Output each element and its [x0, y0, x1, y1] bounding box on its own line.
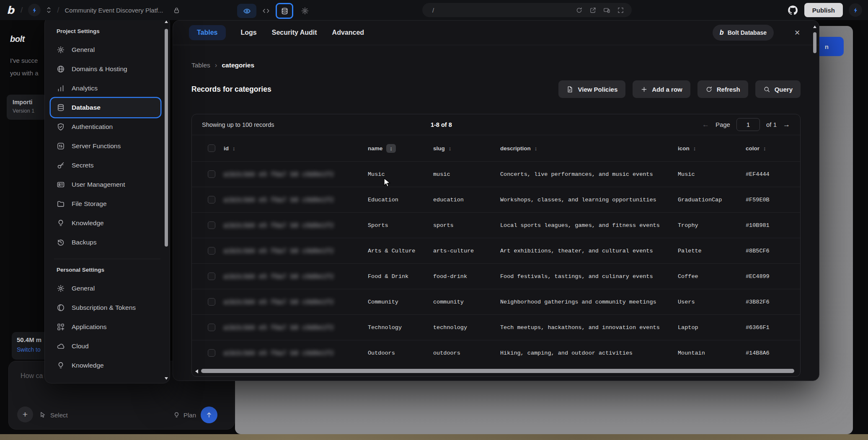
settings-gear-icon[interactable] — [301, 7, 309, 15]
column-header-icon[interactable]: icon ↕ — [678, 145, 746, 152]
preview-toggle-eye-icon[interactable] — [237, 4, 256, 18]
sidebar-item-cloud[interactable]: Cloud — [51, 337, 160, 356]
table-row[interactable]: a1b2c3d4 e5 f6a7 b8 c9d0e1f2 Technology … — [192, 314, 800, 340]
desktop-strip — [0, 434, 868, 440]
plan-label[interactable]: Plan — [183, 412, 196, 419]
table-row[interactable]: a1b2c3d4 e5 f6a7 b8 c9d0e1f2 Food & Drin… — [192, 263, 800, 289]
column-header-slug[interactable]: slug ↕ — [433, 145, 500, 152]
icon-cell: Laptop — [678, 324, 746, 331]
tab-logs[interactable]: Logs — [241, 25, 257, 40]
sidebar-item-general[interactable]: General — [51, 40, 160, 59]
sidebar-item-domains-hosting[interactable]: Domains & Hosting — [51, 59, 160, 79]
sidebar-item-general[interactable]: General — [51, 279, 160, 298]
project-switcher-chevrons-icon[interactable] — [46, 5, 52, 15]
publish-button[interactable]: Publish — [804, 3, 843, 17]
sidebar-item-authentication[interactable]: Authentication — [51, 117, 160, 136]
bolt-logo[interactable]: b — [7, 4, 14, 16]
page-input[interactable] — [736, 118, 760, 131]
plus-icon — [641, 86, 648, 93]
sort-icon[interactable]: ↕ — [232, 145, 235, 152]
project-title[interactable]: Community Event Discovery Platf... — [65, 7, 163, 14]
table-row[interactable]: a1b2c3d4 e5 f6a7 b8 c9d0e1f2 Arts & Cult… — [192, 238, 800, 263]
page-label: Page — [716, 121, 730, 128]
sidebar-item-database[interactable]: Database — [51, 98, 160, 117]
scrollbar-thumb[interactable] — [813, 32, 816, 53]
sidebar-item-user-management[interactable]: User Management — [51, 175, 160, 194]
github-icon[interactable] — [787, 5, 798, 16]
row-checkbox[interactable] — [208, 221, 215, 229]
prev-page-icon[interactable]: ← — [702, 121, 709, 129]
database-toolbar-icon[interactable] — [276, 3, 293, 19]
refresh-icon — [705, 86, 713, 93]
open-external-icon[interactable] — [589, 7, 597, 14]
sort-icon[interactable]: ↕ — [693, 145, 696, 152]
sidebar-item-backups[interactable]: Backups — [51, 233, 160, 252]
sort-icon[interactable]: ↕ — [386, 144, 396, 153]
scroll-down-icon[interactable] — [165, 377, 168, 380]
sidebar-item-server-functions[interactable]: Server Functions — [51, 136, 160, 156]
records-heading: Records for categories — [191, 85, 271, 94]
row-checkbox[interactable] — [208, 349, 215, 357]
cloud-icon — [57, 342, 65, 350]
icon-cell: Users — [678, 299, 746, 305]
view-policies-button[interactable]: View Policies — [558, 80, 625, 98]
table-row[interactable]: a1b2c3d4 e5 f6a7 b8 c9d0e1f2 Community c… — [192, 289, 800, 314]
sidebar-item-file-storage[interactable]: File Storage — [51, 194, 160, 214]
query-button[interactable]: Query — [755, 80, 801, 98]
panel-scrollbar[interactable] — [164, 20, 168, 381]
scroll-left-icon[interactable] — [195, 369, 198, 373]
tab-tables[interactable]: Tables — [189, 25, 226, 40]
sort-icon[interactable]: ↕ — [763, 145, 766, 152]
sidebar-item-applications[interactable]: Applications — [51, 317, 160, 337]
horizontal-scrollbar[interactable] — [192, 368, 800, 374]
sidebar-item-knowledge[interactable]: Knowledge — [51, 214, 160, 233]
attach-plus-button[interactable]: + — [17, 407, 33, 422]
name-cell: Sports — [368, 222, 433, 229]
row-checkbox[interactable] — [208, 324, 215, 331]
id-cell-blurred: a1b2c3d4 e5 f6a7 b8 c9d0e1f2 — [224, 273, 334, 280]
sort-icon[interactable]: ↕ — [449, 145, 452, 152]
table-row[interactable]: a1b2c3d4 e5 f6a7 b8 c9d0e1f2 Education e… — [192, 187, 800, 212]
table-row[interactable]: a1b2c3d4 e5 f6a7 b8 c9d0e1f2 Music music… — [192, 161, 800, 187]
select-label[interactable]: Select — [50, 412, 68, 419]
row-checkbox[interactable] — [208, 170, 215, 178]
devices-icon[interactable] — [603, 7, 610, 14]
tab-security-audit[interactable]: Security Audit — [272, 25, 317, 40]
column-header-color[interactable]: color ↕ — [746, 145, 800, 152]
modal-scrollbar[interactable] — [813, 25, 817, 75]
table-row[interactable]: a1b2c3d4 e5 f6a7 b8 c9d0e1f2 Outdoors ou… — [192, 340, 800, 365]
hscroll-thumb[interactable] — [201, 369, 794, 373]
select-all-checkbox[interactable] — [208, 144, 215, 152]
column-header-name[interactable]: name ↕ — [368, 144, 433, 153]
url-bar[interactable]: / — [422, 3, 632, 17]
breadcrumb-tables[interactable]: Tables — [191, 62, 210, 69]
scroll-up-icon[interactable] — [813, 26, 816, 28]
bolt-pro-icon[interactable] — [849, 3, 862, 17]
row-checkbox[interactable] — [208, 196, 215, 203]
table-row[interactable]: a1b2c3d4 e5 f6a7 b8 c9d0e1f2 Sports spor… — [192, 212, 800, 238]
row-checkbox[interactable] — [208, 273, 215, 280]
column-header-description[interactable]: description ↕ — [500, 145, 678, 152]
lock-icon[interactable] — [173, 7, 180, 14]
sidebar-item-knowledge[interactable]: Knowledge — [51, 356, 160, 375]
row-checkbox[interactable] — [208, 298, 215, 306]
reload-icon[interactable] — [576, 7, 583, 14]
scrollbar-thumb[interactable] — [165, 29, 168, 247]
bolt-badge-icon[interactable] — [28, 4, 41, 16]
sort-icon[interactable]: ↕ — [535, 145, 537, 152]
sidebar-item-secrets[interactable]: Secrets — [51, 156, 160, 175]
sidebar-item-analytics[interactable]: Analytics — [51, 79, 160, 98]
scroll-up-icon[interactable] — [165, 21, 168, 23]
section-divider — [54, 259, 160, 259]
close-icon[interactable]: ✕ — [792, 28, 802, 38]
column-header-id[interactable]: id ↕ — [224, 145, 368, 152]
sidebar-item-subscription-tokens[interactable]: Subscription & Tokens — [51, 298, 160, 317]
refresh-button[interactable]: Refresh — [698, 80, 748, 98]
fullscreen-icon[interactable] — [617, 7, 624, 14]
send-up-button[interactable] — [201, 407, 217, 423]
add-a-row-button[interactable]: Add a row — [633, 80, 690, 98]
code-view-icon[interactable] — [261, 6, 271, 15]
next-page-icon[interactable]: → — [783, 121, 790, 129]
row-checkbox[interactable] — [208, 247, 215, 255]
tab-advanced[interactable]: Advanced — [332, 25, 364, 40]
